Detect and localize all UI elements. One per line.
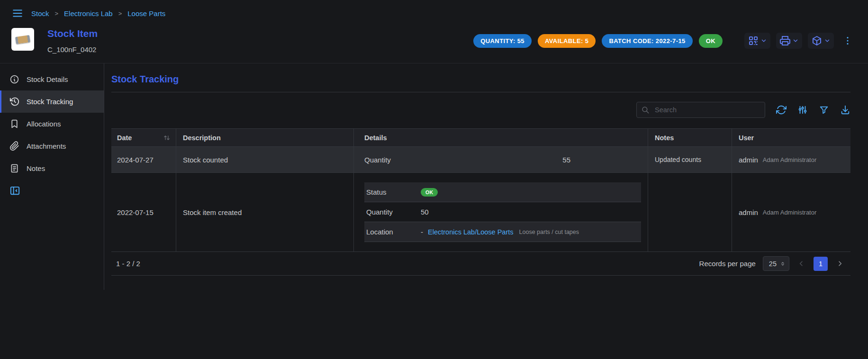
sidebar-item-stock-details[interactable]: Stock Details [0, 68, 104, 90]
quantity-badge: QUANTITY: 55 [473, 34, 532, 48]
previous-page-icon[interactable] [796, 259, 806, 269]
breadcrumb-loose-parts[interactable]: Loose Parts [127, 9, 165, 18]
table-footer: 1 - 2 / 2 Records per page 25 1 [111, 252, 850, 276]
info-circle-icon [9, 74, 19, 84]
records-per-page-select[interactable]: 25 [763, 256, 789, 271]
detail-value: 50 [421, 208, 429, 216]
sidebar-item-allocations[interactable]: Allocations [0, 113, 104, 135]
chevron-down-icon [792, 37, 799, 44]
detail-row-quantity: Quantity 50 [364, 202, 641, 222]
table-header-row: Date Description Details Notes User [111, 128, 850, 147]
status-ok-badge: OK [699, 34, 723, 48]
sidebar-item-stock-tracking[interactable]: Stock Tracking [0, 90, 104, 113]
notes-icon [9, 163, 19, 173]
sidebar-item-notes[interactable]: Notes [0, 157, 104, 180]
panel-title-divider [111, 92, 850, 92]
stock-actions-icon [811, 35, 823, 46]
notes-cell [648, 173, 732, 251]
breadcrumb-electronics-lab[interactable]: Electronics Lab [64, 9, 113, 18]
column-header-date[interactable]: Date [111, 129, 176, 146]
download-icon[interactable] [840, 105, 850, 115]
top-bar: Stock > Electronics Lab > Loose Parts [0, 0, 868, 19]
username: admin [739, 156, 758, 164]
hamburger-menu-icon[interactable] [11, 7, 24, 19]
panel-title: Stock Tracking [111, 74, 850, 85]
adjustments-icon[interactable] [797, 105, 808, 115]
filter-icon[interactable] [819, 105, 829, 115]
detail-label: Location [366, 228, 421, 236]
refresh-icon[interactable] [776, 105, 787, 115]
detail-label: Quantity [364, 156, 419, 164]
stock-actions-button[interactable] [808, 33, 834, 49]
main-panel: Stock Tracking [104, 63, 868, 290]
paperclip-icon [9, 141, 19, 151]
pagination-controls: Records per page 25 1 [699, 256, 845, 271]
sidebar-collapse-icon[interactable] [9, 185, 20, 196]
stock-tracking-table: Date Description Details Notes User 2024… [111, 128, 850, 276]
date-cell: 2024-07-27 [111, 147, 176, 172]
bookmark-icon [9, 119, 19, 129]
sidebar-item-label: Stock Tracking [27, 98, 73, 106]
column-header-user[interactable]: User [732, 129, 850, 146]
details-inner-table: Status OK Quantity 50 Location - Electro… [364, 182, 641, 242]
detail-label: Status [366, 188, 421, 196]
records-per-page-label: Records per page [699, 260, 756, 268]
sidebar-item-label: Attachments [27, 142, 66, 150]
detail-label: Quantity [366, 208, 421, 216]
detail-value: 55 [419, 156, 570, 164]
panel-sidebar: Stock Details Stock Tracking Allocations… [0, 63, 104, 290]
header-actions [744, 33, 856, 49]
status-badges: QUANTITY: 55 AVAILABLE: 5 BATCH CODE: 20… [473, 34, 723, 48]
record-range: 1 - 2 / 2 [116, 260, 140, 268]
barcode-actions-button[interactable] [744, 33, 770, 49]
sidebar-item-attachments[interactable]: Attachments [0, 135, 104, 157]
sidebar-item-label: Notes [27, 164, 45, 172]
next-page-icon[interactable] [835, 259, 845, 269]
search-box [636, 102, 765, 118]
location-link[interactable]: Electronics Lab/Loose Parts [428, 228, 514, 236]
chevron-down-icon [760, 37, 767, 44]
user-cell: admin Adam Administrator [732, 147, 850, 172]
print-actions-icon [779, 35, 791, 46]
column-header-notes[interactable]: Notes [648, 129, 732, 146]
location-description: Loose parts / cut tapes [519, 229, 579, 235]
breadcrumb: Stock > Electronics Lab > Loose Parts [31, 9, 165, 18]
search-input[interactable] [636, 102, 765, 118]
part-thumbnail[interactable] [11, 28, 34, 51]
table-row: 2022-07-15 Stock item created Status OK … [111, 173, 850, 252]
print-actions-button[interactable] [776, 33, 802, 49]
details-cell: Status OK Quantity 50 Location - Electro… [354, 173, 648, 251]
available-badge: AVAILABLE: 5 [538, 34, 596, 48]
date-cell: 2022-07-15 [111, 173, 176, 251]
notes-cell: Updated counts [648, 147, 732, 172]
column-header-description[interactable]: Description [176, 129, 354, 146]
column-header-details[interactable]: Details [354, 129, 648, 146]
chevron-down-icon [824, 37, 831, 44]
location-prefix: - [421, 228, 423, 236]
user-cell: admin Adam Administrator [732, 173, 850, 251]
breadcrumb-separator: > [118, 10, 122, 17]
page-number-button[interactable]: 1 [814, 257, 828, 271]
capacitor-image [15, 35, 30, 44]
username: admin [739, 208, 758, 216]
batch-code-badge: BATCH CODE: 2022-7-15 [602, 34, 692, 48]
title-block: Stock Item C_100nF_0402 [47, 28, 98, 54]
page-header: Stock Item C_100nF_0402 QUANTITY: 55 AVA… [0, 19, 868, 63]
page-title: Stock Item [47, 28, 98, 39]
search-icon [641, 106, 650, 114]
history-icon [9, 97, 19, 107]
breadcrumb-stock[interactable]: Stock [31, 9, 49, 18]
kebab-menu-icon[interactable] [840, 34, 856, 48]
sidebar-item-label: Stock Details [27, 75, 68, 83]
table-row: 2024-07-27 Stock counted Quantity 55 Upd… [111, 147, 850, 173]
description-cell: Stock item created [176, 173, 354, 251]
sort-icon[interactable] [163, 135, 170, 141]
detail-row-status: Status OK [364, 182, 641, 202]
barcode-actions-icon [748, 35, 759, 46]
detail-row-location: Location - Electronics Lab/Loose Parts L… [364, 222, 641, 242]
table-toolbar [111, 102, 850, 118]
status-ok-badge: OK [421, 188, 438, 197]
sidebar-item-label: Allocations [27, 120, 61, 128]
content-area: Stock Details Stock Tracking Allocations… [0, 63, 868, 290]
user-full-name: Adam Administrator [763, 156, 816, 163]
